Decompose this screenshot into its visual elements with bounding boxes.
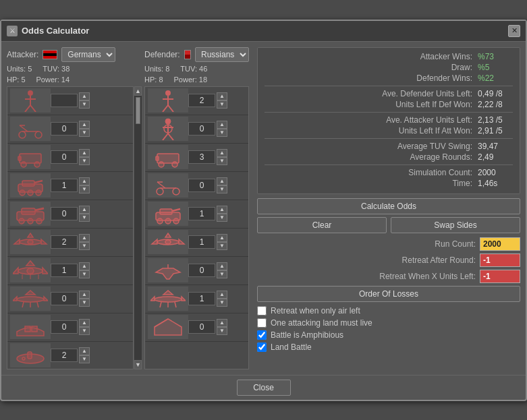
tank-up[interactable]: ▲ — [79, 177, 90, 185]
svg-marker-84 — [150, 297, 155, 301]
bomber-down[interactable]: ▼ — [79, 270, 90, 278]
heavy-tank-count[interactable] — [51, 207, 78, 220]
d-strat-up[interactable]: ▲ — [217, 291, 227, 299]
clear-button[interactable]: Clear — [257, 217, 387, 233]
d-bomber-up[interactable]: ▲ — [217, 262, 227, 270]
scroll-thumb[interactable] — [136, 97, 140, 124]
d-mech-count[interactable] — [188, 150, 215, 164]
strat-bomber-down[interactable]: ▼ — [79, 299, 90, 307]
d-infantry-up[interactable]: ▲ — [217, 92, 227, 100]
strat-bomber-count[interactable] — [51, 292, 78, 305]
run-count-input[interactable] — [480, 237, 520, 251]
d-marine-down[interactable]: ▼ — [217, 129, 227, 137]
transport-up[interactable]: ▲ — [79, 319, 90, 327]
attacker-unit-list[interactable]: ▲ ▼ ▲ ▼ — [7, 86, 134, 369]
d-strat-down[interactable]: ▼ — [217, 299, 227, 307]
sim-count-label: Simulation Count: — [265, 168, 472, 177]
attacker-faction-select[interactable]: Germans — [61, 47, 115, 62]
d-artillery-up[interactable]: ▲ — [217, 177, 227, 185]
d-infantry-down[interactable]: ▼ — [217, 100, 227, 109]
d-tank-up[interactable]: ▲ — [217, 206, 227, 214]
scroll-down[interactable]: ▼ — [134, 360, 142, 369]
one-att-land-checkbox[interactable] — [257, 318, 267, 328]
infantry-down[interactable]: ▼ — [79, 100, 90, 109]
svg-point-56 — [165, 119, 171, 124]
mech-inf-up[interactable]: ▲ — [79, 149, 90, 157]
mech-inf-down[interactable]: ▼ — [79, 157, 90, 165]
mech-inf-count[interactable] — [51, 150, 78, 164]
d-bomber-count[interactable] — [188, 264, 215, 277]
defender-list-wrap: ▲ ▼ ▲ ▼ — [144, 86, 249, 369]
strat-bomber-up[interactable]: ▲ — [79, 291, 90, 299]
d-bomber-down[interactable]: ▼ — [217, 270, 227, 278]
d-unknown-down[interactable]: ▼ — [217, 327, 227, 335]
attacker-scrollbar[interactable]: ▲ ▼ — [134, 86, 142, 369]
transport-down[interactable]: ▼ — [79, 327, 90, 335]
defender-unit-list[interactable]: ▲ ▼ ▲ ▼ — [144, 86, 249, 369]
fighter-up[interactable]: ▲ — [79, 234, 90, 242]
svg-point-24 — [28, 218, 33, 224]
close-button[interactable]: Close — [237, 380, 291, 396]
defender-faction-select[interactable]: Russians — [195, 47, 249, 62]
tank-count[interactable] — [51, 179, 78, 192]
units-left-def-label: Units Left If Def Won: — [265, 100, 472, 109]
svg-point-76 — [173, 218, 179, 224]
window-close-button[interactable]: ✕ — [508, 25, 520, 37]
submarine-down[interactable]: ▼ — [79, 355, 90, 363]
submarine-up[interactable]: ▲ — [79, 347, 90, 355]
heavy-tank-down[interactable]: ▼ — [79, 214, 90, 222]
list-item: ▲ ▼ — [7, 285, 133, 313]
svg-rect-46 — [25, 326, 30, 332]
defender-wins-value: %22 — [472, 73, 513, 83]
defender-stats2: HP: 8 Power: 18 — [144, 76, 249, 84]
units-left-def-row: Units Left If Def Won: 2,22 /8 — [265, 100, 513, 109]
retreat-after-input[interactable] — [480, 253, 520, 267]
d-fighter-down[interactable]: ▼ — [217, 242, 227, 250]
tank-down[interactable]: ▼ — [79, 185, 90, 193]
defender-panel: Defender: Russians Units: 8 TUV: 46 HP: … — [144, 47, 249, 369]
land-battle-checkbox[interactable] — [257, 342, 267, 352]
infantry-up[interactable]: ▲ — [79, 92, 90, 100]
d-bomber-spinner: ▲ ▼ — [217, 262, 227, 278]
submarine-count[interactable] — [51, 349, 78, 362]
units-left-def-value: 2,22 /8 — [472, 100, 513, 109]
fighter-count[interactable] — [51, 235, 78, 249]
d-fighter-count[interactable] — [188, 235, 215, 249]
d-unknown-up[interactable]: ▲ — [217, 319, 227, 327]
retreat-x-input[interactable] — [480, 270, 520, 283]
d-artillery-down[interactable]: ▼ — [217, 185, 227, 193]
infantry-count[interactable] — [51, 94, 78, 107]
d-infantry-count[interactable] — [188, 94, 215, 107]
artillery-down[interactable]: ▼ — [79, 129, 90, 137]
d-marine-count[interactable] — [188, 122, 215, 136]
strat-bomber-spinner: ▲ ▼ — [79, 291, 90, 307]
d-tank-down[interactable]: ▼ — [217, 214, 227, 222]
amphibious-checkbox[interactable] — [257, 330, 267, 340]
d-mech-icon — [148, 145, 188, 169]
scroll-up[interactable]: ▲ — [134, 86, 142, 96]
d-unknown-count[interactable] — [188, 320, 215, 334]
d-fighter-up[interactable]: ▲ — [217, 234, 227, 242]
d-strat-count[interactable] — [188, 292, 215, 305]
d-marine-up[interactable]: ▲ — [217, 121, 227, 129]
order-losses-button[interactable]: Order Of Losses — [257, 286, 520, 302]
d-mech-up[interactable]: ▲ — [217, 149, 227, 157]
artillery-up[interactable]: ▲ — [79, 121, 90, 129]
d-strat-icon — [148, 287, 188, 311]
d-fighter-icon — [148, 230, 188, 254]
amphibious-label: Battle is Amphibious — [271, 330, 343, 340]
d-mech-down[interactable]: ▼ — [217, 157, 227, 165]
svg-marker-29 — [28, 233, 33, 237]
d-artillery-count[interactable] — [188, 179, 215, 192]
swap-sides-button[interactable]: Swap Sides — [391, 217, 520, 233]
calculate-odds-button[interactable]: Calculate Odds — [257, 198, 520, 214]
transport-count[interactable] — [51, 320, 78, 334]
bomber-count[interactable] — [51, 264, 78, 277]
heavy-tank-up[interactable]: ▲ — [79, 206, 90, 214]
time-value: 1,46s — [472, 179, 513, 188]
retreat-air-checkbox[interactable] — [257, 306, 267, 316]
artillery-count[interactable] — [51, 122, 78, 136]
bomber-up[interactable]: ▲ — [79, 262, 90, 270]
d-tank-count[interactable] — [188, 207, 215, 220]
fighter-down[interactable]: ▼ — [79, 242, 90, 250]
